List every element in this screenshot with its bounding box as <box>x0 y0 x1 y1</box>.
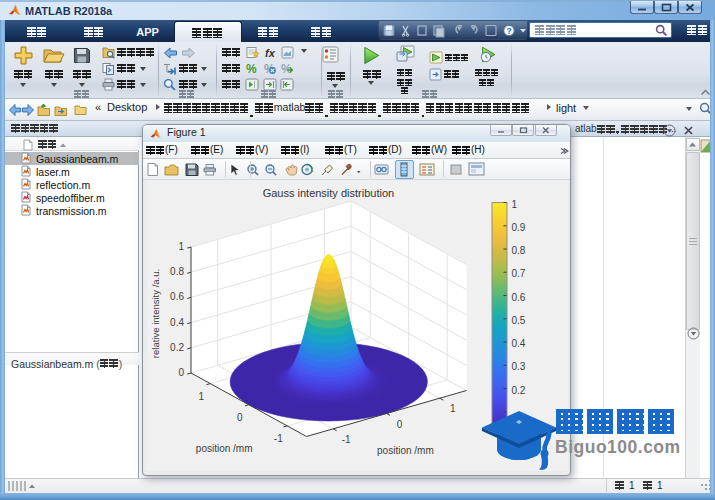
svg-text:0.6: 0.6 <box>170 291 184 302</box>
svg-text:?: ? <box>506 26 511 36</box>
svg-text:%: % <box>246 62 257 75</box>
svg-text:0.6: 0.6 <box>512 292 526 303</box>
svg-text:position /mm: position /mm <box>377 445 434 456</box>
svg-text:-1: -1 <box>342 434 351 445</box>
svg-text:0.4: 0.4 <box>170 317 184 328</box>
svg-text:position /mm: position /mm <box>196 443 253 454</box>
svg-text:0.8: 0.8 <box>512 245 526 256</box>
svg-text:1: 1 <box>199 391 205 402</box>
svg-text:1: 1 <box>450 403 456 414</box>
svg-text:0.4: 0.4 <box>512 338 526 349</box>
svg-text:0.8: 0.8 <box>170 266 184 277</box>
svg-text:0: 0 <box>397 419 403 430</box>
svg-text:0.9: 0.9 <box>512 222 526 233</box>
svg-text:1: 1 <box>178 241 184 252</box>
svg-text:Gauss intensity distribution: Gauss intensity distribution <box>263 187 394 199</box>
svg-text:0.5: 0.5 <box>512 315 526 326</box>
svg-text:0.2: 0.2 <box>170 342 184 353</box>
svg-text:-1: -1 <box>274 433 283 444</box>
svg-text:0: 0 <box>237 412 243 423</box>
svg-text:0.7: 0.7 <box>512 268 526 279</box>
svg-text:1: 1 <box>512 199 518 210</box>
svg-text:relative intensity /a.u.: relative intensity /a.u. <box>150 269 161 358</box>
svg-text:0.3: 0.3 <box>512 361 526 372</box>
svg-text:0.2: 0.2 <box>512 385 526 396</box>
svg-text:0: 0 <box>178 367 184 378</box>
